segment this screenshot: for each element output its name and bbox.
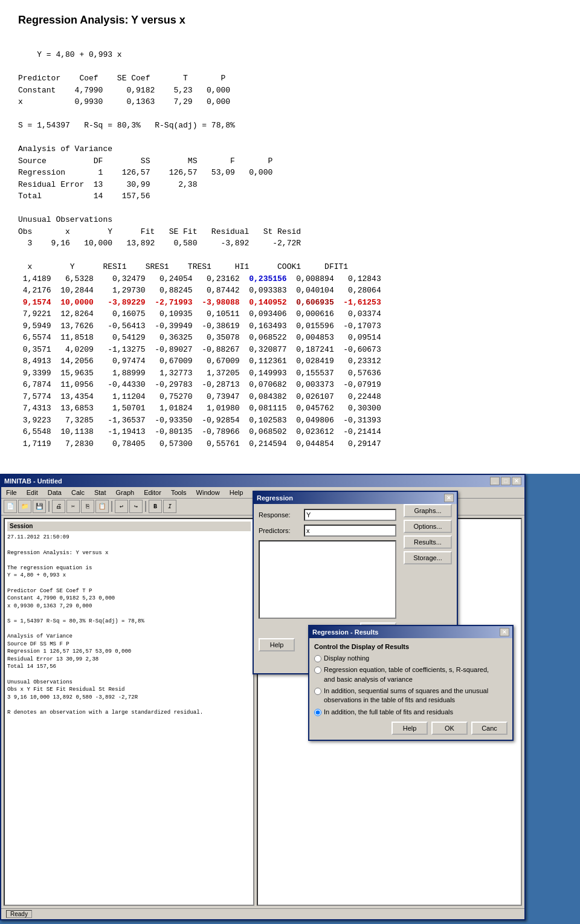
results-dialog-body: Control the Display of Results Display n… (309, 638, 512, 740)
anova-total: Total 14 157,56 (18, 192, 150, 201)
unusual-header: Obs x Y Fit SE Fit Residual St Resid (18, 227, 301, 236)
menu-data[interactable]: Data (45, 488, 64, 497)
page-title: Regression Analysis: Y versus x (18, 12, 562, 29)
toolbar-bold[interactable]: B (149, 500, 162, 513)
fits-row-14: 6,5548 10,1138 -1,19413 -0,80135 -0,7896… (18, 427, 381, 436)
menu-file[interactable]: File (4, 488, 19, 497)
results-description: Control the Display of Results (314, 643, 507, 650)
options-button[interactable]: Options... (404, 520, 452, 533)
fits-row-3: 9,1574 10,0000 -3,89229 -2,71993 -3,9808… (18, 298, 381, 307)
graphs-button[interactable]: Graphs... (404, 504, 452, 517)
toolbar-sep1 (48, 501, 50, 512)
toolbar-sep2 (111, 501, 112, 512)
status-ready: Ready (6, 910, 32, 918)
fits-row-15: 1,7119 7,2830 0,78405 0,57300 0,55761 0,… (18, 439, 381, 448)
session-fits-note: R denotes an observation with a large st… (7, 709, 251, 717)
minitab-titlebar: MINITAB - Untitled _ □ ✕ (1, 475, 524, 487)
toolbar-new[interactable]: 📄 (4, 500, 17, 513)
session-title: Session (7, 522, 251, 532)
fits-row-8: 8,4913 14,2056 0,97474 0,67009 0,67009 0… (18, 357, 381, 366)
results-ok-button[interactable]: OK (431, 722, 468, 735)
fits-row-2: 4,2176 10,2844 1,29730 0,88245 0,87442 0… (18, 286, 381, 295)
session-analysis-title: Regression Analysis: Y versus x (7, 549, 251, 557)
toolbar-print[interactable]: 🖨 (52, 500, 65, 513)
results-dialog-titlebar: Regression - Results ✕ (309, 626, 512, 638)
results-button[interactable]: Results... (404, 535, 452, 549)
help-button[interactable]: Help (259, 638, 295, 651)
close-button[interactable]: ✕ (512, 477, 521, 485)
reg-dialog-close[interactable]: ✕ (444, 494, 454, 502)
fits-row-1: 1,4189 6,5328 0,32479 0,24054 0,23162 0,… (18, 274, 381, 283)
maximize-button[interactable]: □ (501, 477, 511, 485)
fits-row-7: 0,3571 4,0209 -1,13275 -0,89027 -0,88267… (18, 345, 381, 354)
session-stats: S = 1,54397 R-Sq = 80,3% R-Sq(adj) = 78,… (7, 618, 251, 625)
radio-sequential-label: In addition, sequential sums of squares … (324, 687, 488, 705)
variable-listbox[interactable] (259, 540, 396, 619)
reg-dialog-controls: ✕ (444, 494, 454, 502)
fits-row-9: 9,3399 15,9635 1,88999 1,32773 1,37205 0… (18, 369, 381, 378)
fits-row-6: 6,5574 11,8518 0,54129 0,36325 0,35078 0… (18, 333, 381, 342)
predictor-x: x 0,9930 0,1363 7,29 0,000 (18, 97, 230, 106)
session-table-header: Predictor Coef SE Coef T P (7, 587, 251, 595)
storage-button[interactable]: Storage... (404, 551, 452, 564)
fits-header: x Y RESI1 SRES1 TRES1 HI1 COOK1 DFIT1 (18, 262, 348, 271)
toolbar-copy[interactable]: ⎘ (81, 500, 94, 513)
response-input[interactable] (304, 509, 396, 521)
session-anova-reg: Regression 1 126,57 126,57 53,09 0,000 (7, 648, 251, 656)
session-anova-header: Analysis of Variance (7, 633, 251, 641)
menu-graph[interactable]: Graph (114, 488, 137, 497)
stats-line: S = 1,54397 R-Sq = 80,3% R-Sq(adj) = 78,… (18, 121, 235, 130)
toolbar-save[interactable]: 💾 (33, 500, 46, 513)
radio-row-3: In addition, sequential sums of squares … (314, 687, 507, 705)
fits-row-13: 3,9223 7,3285 -1,36537 -0,93350 -0,92854… (18, 416, 381, 425)
menu-tools[interactable]: Tools (169, 488, 189, 497)
menu-calc[interactable]: Calc (69, 488, 87, 497)
menu-window[interactable]: Window (194, 488, 222, 497)
toolbar-paste[interactable]: 📋 (95, 500, 109, 513)
menu-editor[interactable]: Editor (141, 488, 164, 497)
session-x-row: x 0,9930 0,1363 7,29 0,000 (7, 603, 251, 610)
regression-dialog-title: Regression (257, 494, 293, 502)
results-dialog: Regression - Results ✕ Control the Displ… (308, 625, 514, 741)
session-equation: Y = 4,80 + 0,993 x (7, 572, 251, 580)
menu-stat[interactable]: Stat (92, 488, 109, 497)
toolbar-open[interactable]: 📁 (18, 500, 31, 513)
results-help-button[interactable]: Help (392, 722, 428, 735)
toolbar-redo[interactable]: ↪ (129, 500, 143, 513)
radio-full-label: In addition, the full table of fits and … (324, 708, 453, 717)
dialog-right-buttons: Graphs... Options... Results... Storage.… (404, 504, 452, 564)
session-eq-label: The regression equation is (7, 564, 251, 572)
radio-full[interactable] (314, 709, 321, 716)
session-timestamp: 27.11.2012 21:50:09 (7, 534, 251, 541)
fits-row-10: 6,7874 11,0956 -0,44330 -0,29783 -0,2871… (18, 380, 381, 389)
fits-row-12: 7,4313 13,6853 1,50701 1,01824 1,01980 0… (18, 404, 381, 413)
toolbar-italic[interactable]: I (163, 500, 176, 513)
session-unusual-hdr: Obs x Y Fit SE Fit Residual St Resid (7, 686, 251, 694)
minimize-button[interactable]: _ (490, 477, 500, 485)
fits-row-11: 7,5774 13,4354 1,11204 0,75270 0,73947 0… (18, 392, 381, 401)
radio-row-2: Regression equation, table of coefficien… (314, 665, 507, 684)
session-unusual: Unusual Observations (7, 679, 251, 687)
results-close[interactable]: ✕ (500, 628, 509, 636)
radio-row-4: In addition, the full table of fits and … (314, 708, 507, 717)
unusual-row-1: 3 9,16 10,000 13,892 0,580 -3,892 -2,72R (18, 239, 301, 248)
toolbar-cut[interactable]: ✂ (66, 500, 80, 513)
radio-nothing[interactable] (314, 655, 321, 662)
predictors-input[interactable] (304, 525, 396, 537)
fits-row-5: 9,5949 13,7626 -0,56413 -0,39949 -0,3861… (18, 321, 381, 331)
results-cancel-button[interactable]: Canc (471, 722, 507, 735)
minitab-status: Ready (1, 908, 524, 919)
radio-sequential[interactable] (314, 688, 321, 695)
menu-edit[interactable]: Edit (24, 488, 40, 497)
main-content: Regression Analysis: Y versus x Y = 4,80… (0, 0, 580, 474)
radio-row-1: Display nothing (314, 654, 507, 663)
predictors-row: Predictors: (259, 525, 396, 537)
radio-nothing-label: Display nothing (324, 654, 369, 663)
anova-title: Analysis of Variance (18, 144, 112, 153)
toolbar-undo[interactable]: ↩ (115, 500, 128, 513)
radio-basic[interactable] (314, 667, 321, 674)
menu-help[interactable]: Help (227, 488, 246, 497)
anova-header: Source DF SS MS F P (18, 157, 272, 166)
results-dialog-title: Regression - Results (312, 628, 378, 636)
predictor-constant: Constant 4,7990 0,9182 5,23 0,000 (18, 86, 230, 95)
